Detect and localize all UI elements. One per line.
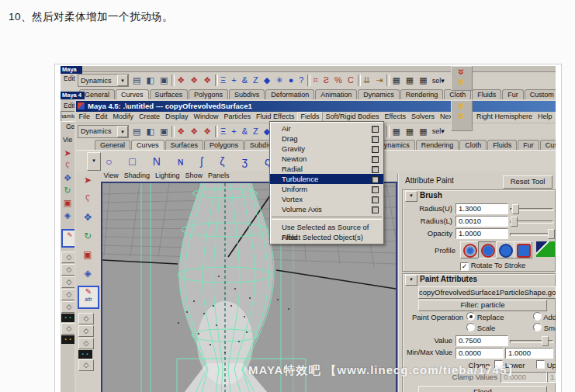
snap-icons[interactable]: Ξ + & Z ◆ ✳ ● ?	[220, 75, 305, 85]
menu-item-volume-axis[interactable]: Volume Axis	[270, 204, 383, 214]
select-tool-icon[interactable]: ➤	[61, 147, 74, 159]
lasso-tool-icon[interactable]: ʕ	[61, 159, 74, 172]
cascade-edit-menu-a[interactable]: Edit	[64, 75, 75, 82]
select-mode-icons[interactable]: ❖ ❖ ❖	[177, 127, 213, 137]
clamp-upper-checkbox[interactable]	[536, 360, 545, 369]
tab-dynamics[interactable]: Dynamics	[358, 89, 400, 99]
menu-item-radial[interactable]: Radial	[270, 164, 383, 174]
chevron-toolbar-icon[interactable]: » »	[451, 100, 473, 131]
collapse-arrow-icon[interactable]: ▼	[405, 191, 417, 202]
flood-button[interactable]: Flood	[418, 386, 547, 392]
menu-item-air[interactable]: Air	[270, 123, 383, 134]
menu-item-uniform[interactable]: Uniform	[270, 184, 383, 194]
radius-l-slider[interactable]	[510, 216, 553, 226]
panel-menu-panels[interactable]: Panels	[205, 171, 232, 182]
panel-menu-view[interactable]: View	[101, 171, 121, 182]
show-manip-tool-icon[interactable]: ◈	[78, 265, 97, 283]
brush-profile-solid-button[interactable]	[496, 241, 514, 258]
tab-polygons[interactable]: Polygons	[189, 89, 228, 99]
menu-particles[interactable]: Particles	[221, 112, 254, 123]
brush-profile-square-button[interactable]	[514, 241, 532, 258]
tab-general[interactable]: General	[95, 140, 130, 150]
menu-item-newton[interactable]: Newton	[270, 154, 383, 164]
reset-tool-button[interactable]: Reset Tool	[503, 175, 552, 189]
bg-sel-dropdown[interactable]: sel▾	[432, 77, 445, 85]
option-box-icon[interactable]	[372, 206, 379, 213]
tab-fluids[interactable]: Fluids	[487, 140, 517, 150]
opacity-slider[interactable]	[510, 228, 553, 238]
opacity-field[interactable]: 1.0000	[455, 228, 508, 239]
menu-right-hemisphere[interactable]: Right Hemisphere	[473, 112, 535, 123]
file-icons[interactable]: ▤ ◧ ▣	[133, 75, 169, 85]
max-field[interactable]: 1.0000	[505, 348, 553, 359]
option-box-icon[interactable]	[372, 156, 379, 163]
bg-mode-dropdown[interactable]: Dynamics▾	[78, 74, 129, 87]
value-field[interactable]: 0.7500	[455, 335, 508, 346]
brush-profile-medium-button[interactable]	[478, 241, 497, 258]
panel-menu-show[interactable]: Show	[182, 171, 206, 182]
option-box-icon[interactable]	[372, 146, 379, 153]
collapse-arrow-icon[interactable]: ▼	[405, 275, 417, 286]
menu-file[interactable]: File	[76, 112, 93, 123]
rotate-tool-icon[interactable]: ↻	[78, 227, 97, 245]
tab-rendering[interactable]: Rendering	[416, 140, 459, 150]
move-tool-icon[interactable]: ✥	[61, 172, 74, 184]
brush-ramp-icon[interactable]	[536, 241, 555, 257]
tab-curves[interactable]: Curves	[131, 140, 165, 150]
scale-tool-icon[interactable]: ▣	[61, 196, 74, 209]
menu-solvers[interactable]: Solvers	[408, 112, 437, 123]
menu-modify[interactable]: Modify	[110, 112, 137, 123]
scale-tool-icon[interactable]: ▣	[78, 246, 97, 264]
cascade-tab-fragment[interactable]: Ge	[66, 123, 74, 130]
tab-surfaces[interactable]: Surfaces	[165, 140, 204, 150]
shelf-more-button[interactable]: ▾	[87, 152, 101, 171]
attr-paint-tool-current[interactable]: ✎ attr	[78, 286, 99, 309]
move-tool-icon[interactable]: ✥	[78, 209, 97, 227]
layout-persp-outliner-button[interactable]: ◇	[78, 359, 94, 371]
min-field[interactable]: 0.0000	[455, 348, 504, 359]
chevron-toolbar-icon[interactable]: » »	[451, 66, 473, 91]
tab-rendering[interactable]: Rendering	[400, 89, 444, 99]
option-box-icon[interactable]	[372, 196, 379, 203]
tab-fluids[interactable]: Fluids	[472, 89, 501, 99]
fg-mode-dropdown[interactable]: Dynamics▾	[78, 125, 129, 138]
manip-tool-icon[interactable]: ◈	[61, 209, 74, 221]
menu-window[interactable]: Window	[191, 112, 221, 123]
menu-edit[interactable]: Edit	[93, 112, 111, 123]
tab-surfaces[interactable]: Surfaces	[150, 89, 189, 99]
smooth-radio[interactable]	[533, 323, 542, 331]
cascade-edit-menu-b[interactable]: Edit	[64, 102, 75, 109]
render-icons[interactable]: ▦ ▦ ▦	[392, 127, 428, 137]
tab-custom[interactable]: Custom	[525, 89, 556, 99]
chevron-down-icon[interactable]: ▾	[117, 75, 128, 86]
panel-menu-shading[interactable]: Shading	[121, 171, 152, 182]
layout-single-button[interactable]: ◇	[78, 313, 94, 324]
menu-item-gravity[interactable]: Gravity	[270, 144, 383, 154]
option-box-icon[interactable]	[372, 166, 379, 173]
layout-hypergraph-button[interactable]: ▪ ▪	[61, 314, 75, 322]
brush-profile-soft-button[interactable]	[460, 241, 479, 258]
option-box-icon[interactable]	[372, 176, 379, 183]
add-radio[interactable]	[533, 312, 542, 321]
menu-create[interactable]: Create	[137, 112, 163, 123]
select-mode-icons[interactable]: ❖ ❖ ❖	[177, 75, 213, 85]
tab-curves[interactable]: Curves	[116, 89, 149, 99]
menu-item-affect-selected-objects[interactable]: Affect Selected Object(s)	[270, 232, 383, 242]
panel-menu-lighting[interactable]: Lighting	[152, 171, 182, 182]
lasso-tool-icon[interactable]: ʕ	[78, 190, 97, 208]
radius-u-slider[interactable]	[510, 203, 553, 213]
tab-cloth[interactable]: Cloth	[459, 140, 487, 150]
layout-four-button[interactable]: ◇	[78, 325, 94, 337]
tab-polygons[interactable]: Polygons	[204, 140, 244, 150]
option-box-icon[interactable]	[372, 186, 379, 193]
rotate-tool-icon[interactable]: ↻	[61, 184, 74, 196]
file-icons[interactable]: ▤ ◧ ▣	[133, 127, 169, 137]
radius-u-field[interactable]: 1.3000	[455, 203, 508, 214]
select-tool-icon[interactable]: ➤	[78, 172, 97, 189]
menu-item-use-selected-as-source[interactable]: Use Selected as Source of Field	[270, 222, 383, 232]
clamp-max-field[interactable]: 1.0000	[547, 372, 556, 383]
option-box-icon[interactable]	[372, 136, 379, 143]
redirect-icons[interactable]: ⇊ ⇥	[363, 75, 385, 85]
value-slider[interactable]	[510, 335, 553, 345]
fg-sel-dropdown[interactable]: sel▾	[432, 127, 445, 135]
